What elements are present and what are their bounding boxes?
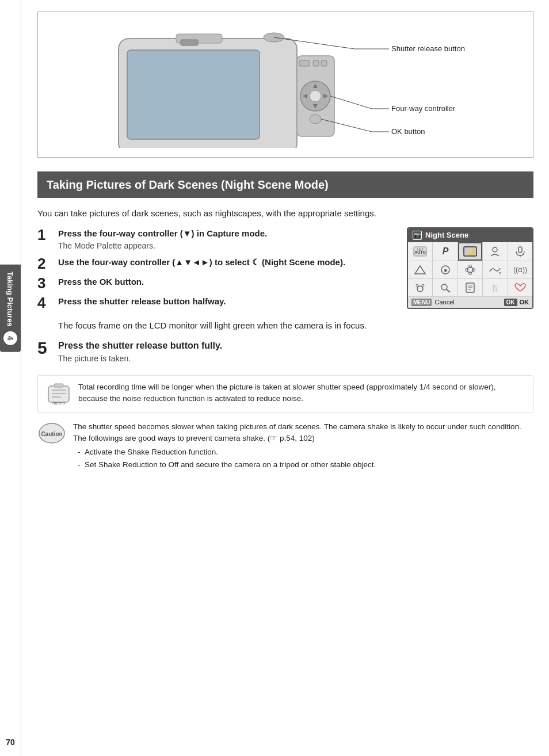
shutter-label: Shutter release button [391, 44, 465, 53]
palette-camera-icon: 📷 [413, 231, 422, 240]
svg-text:🍴: 🍴 [490, 283, 500, 293]
step-1-number: 1 [37, 227, 54, 242]
steps-left: 1 Press the four-way controller (▼) in C… [37, 227, 398, 315]
palette-cell-wave: ɑ [483, 261, 507, 278]
caution-main-text: The shutter speed becomes slower when ta… [73, 422, 521, 442]
step-2-number: 2 [37, 256, 54, 271]
camera-illustration: Shutter release button Four-way controll… [49, 21, 521, 148]
sidebar: 4 Taking Pictures 70 [0, 0, 21, 756]
chapter-number: 4 [3, 331, 17, 345]
camera-diagram: Shutter release button Four-way controll… [37, 12, 533, 158]
svg-point-41 [441, 284, 447, 290]
step-5: 5 Press the shutter release button fully… [37, 339, 533, 365]
step-1: 1 Press the four-way controller (▼) in C… [37, 227, 398, 252]
svg-rect-13 [299, 60, 310, 66]
intro-text: You can take pictures of dark scenes, su… [37, 207, 533, 220]
step-3-content: Press the OK button. [58, 276, 398, 288]
svg-text:✱: ✱ [443, 268, 447, 273]
memo-box: memo Total recording time will be longer… [37, 375, 533, 413]
svg-text:memo: memo [52, 400, 66, 406]
palette-footer-right: OK OK [504, 299, 529, 306]
memo-icon: memo [46, 381, 71, 407]
svg-line-42 [447, 289, 450, 292]
caution-item-1: Activate the Shake Reduction function. [78, 446, 533, 458]
svg-text:((ɑ)): ((ɑ)) [514, 266, 527, 274]
palette-cell-food: 🍴 [483, 279, 507, 296]
menu-label: MENU [411, 299, 432, 306]
palette-cell-heart [508, 279, 532, 296]
step-4-content: Press the shutter release button halfway… [58, 295, 398, 307]
svg-text:PICT: PICT [417, 248, 423, 251]
svg-point-40 [422, 284, 424, 287]
step-1-title: Press the four-way controller (▼) in Cap… [58, 227, 398, 239]
svg-point-25 [493, 247, 497, 252]
caution-text: The shutter speed becomes slower when ta… [73, 421, 533, 472]
palette-cell-vibration: ((ɑ)) [508, 261, 532, 278]
svg-rect-1 [127, 50, 260, 139]
palette-title: Night Scene [425, 231, 468, 239]
fourway-label: Four-way controller [391, 104, 456, 113]
palette-footer: MENU Cancel OK OK [408, 297, 532, 308]
svg-rect-48 [48, 386, 69, 402]
svg-rect-26 [518, 247, 522, 253]
camera-svg-area: Shutter release button Four-way controll… [49, 21, 521, 148]
chapter-label: Taking Pictures [6, 272, 15, 327]
step-2-content: Use the four-way controller (▲▼◄►) to se… [58, 256, 398, 268]
palette-cell-night: 🌙 [458, 242, 482, 261]
caution-icon: Caution [37, 421, 66, 472]
step-3: 3 Press the OK button. [37, 276, 398, 291]
step-5-title: Press the shutter release button fully. [58, 339, 533, 352]
caution-item-2: Set Shake Reduction to Off and secure th… [78, 459, 533, 471]
svg-text:🌙: 🌙 [466, 247, 474, 255]
palette-footer-left: MENU Cancel [411, 299, 455, 306]
step-5-desc: The picture is taken. [58, 353, 533, 365]
svg-point-38 [417, 286, 423, 292]
svg-text:Caution: Caution [41, 431, 62, 437]
cancel-label: Cancel [434, 299, 454, 306]
step-4-number: 4 [37, 295, 54, 310]
svg-rect-15 [321, 60, 327, 66]
step-4: 4 Press the shutter release button halfw… [37, 295, 398, 310]
step-1-content: Press the four-way controller (▼) in Cap… [58, 227, 398, 252]
svg-rect-5 [181, 40, 198, 45]
mode-palette: 📷 Night Scene AUTOPICT P 🌙 [407, 227, 533, 309]
page-number: 70 [6, 738, 15, 747]
main-content: Shutter release button Four-way controll… [21, 0, 549, 756]
step-5-content: Press the shutter release button fully. … [58, 339, 533, 365]
svg-point-7 [310, 90, 321, 102]
svg-text:ɑ: ɑ [499, 270, 501, 275]
ok-label: OK [520, 299, 529, 306]
palette-cell-pet [408, 279, 432, 296]
step-4-title: Press the shutter release button halfway… [58, 295, 398, 307]
palette-grid: AUTOPICT P 🌙 [408, 242, 532, 297]
palette-cell-portrait [483, 242, 507, 261]
palette-cell-auto: AUTOPICT [408, 242, 432, 261]
steps-area: 1 Press the four-way controller (▼) in C… [37, 227, 533, 315]
step-3-number: 3 [37, 276, 54, 291]
caution-list: Activate the Shake Reduction function. S… [73, 446, 533, 471]
fourway-annotation-line [330, 96, 372, 109]
palette-cell-document [458, 279, 482, 296]
svg-rect-52 [54, 384, 63, 387]
svg-point-39 [416, 284, 418, 287]
chapter-tab: 4 Taking Pictures [0, 265, 21, 352]
step-5-number: 5 [37, 339, 54, 357]
step-4-desc: The focus frame on the LCD monitor will … [58, 319, 533, 333]
step-2-title: Use the four-way controller (▲▼◄►) to se… [58, 256, 398, 268]
step-1-desc: The Mode Palette appears. [58, 240, 398, 252]
caution-box: Caution The shutter speed becomes slower… [37, 421, 533, 472]
memo-text: Total recording time will be longer when… [78, 381, 525, 407]
ok-badge: OK [504, 299, 517, 306]
section-heading: Taking Pictures of Dark Scenes (Night Sc… [37, 171, 533, 198]
svg-text:P: P [442, 246, 448, 256]
svg-rect-14 [313, 60, 319, 66]
palette-header: 📷 Night Scene [408, 228, 532, 242]
palette-cell-sport: ✱ [433, 261, 457, 278]
palette-cell-landscape [408, 261, 432, 278]
step-2: 2 Use the four-way controller (▲▼◄►) to … [37, 256, 398, 271]
step-3-title: Press the OK button. [58, 276, 398, 288]
mode-palette-panel: 📷 Night Scene AUTOPICT P 🌙 [407, 227, 533, 315]
svg-marker-28 [415, 266, 425, 274]
palette-cell-zoom [433, 279, 457, 296]
palette-cell-p: P [433, 242, 457, 261]
